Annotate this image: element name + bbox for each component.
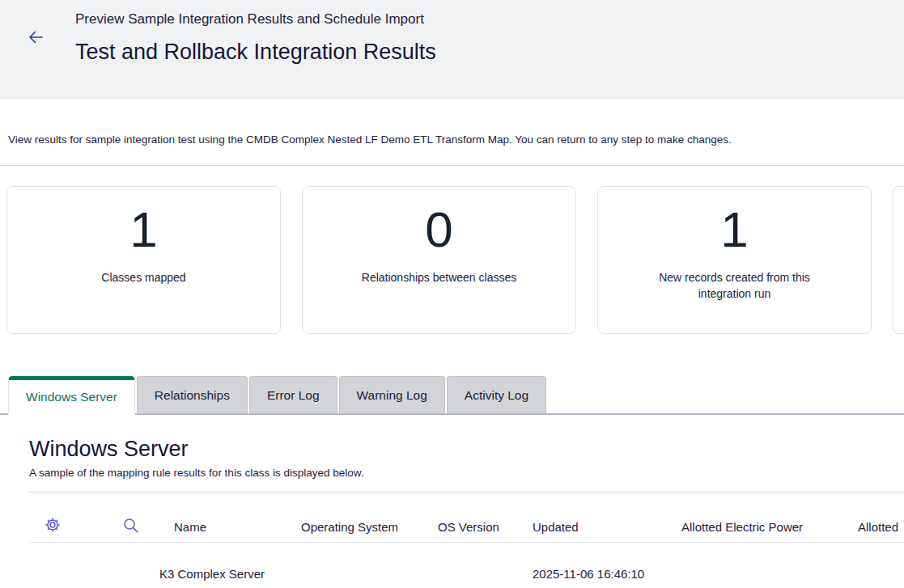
stat-card-classes-mapped: 1 Classes mapped bbox=[6, 186, 281, 334]
stat-card-partial bbox=[893, 186, 904, 334]
back-button[interactable] bbox=[25, 27, 46, 48]
tab-error-log[interactable]: Error Log bbox=[249, 376, 337, 413]
gear-icon bbox=[45, 517, 61, 533]
stat-value: 1 bbox=[129, 200, 157, 260]
divider bbox=[0, 165, 904, 166]
stat-label: New records created from this integratio… bbox=[634, 269, 836, 302]
column-header-name[interactable]: Name bbox=[174, 518, 206, 536]
stat-card-relationships: 0 Relationships between classes bbox=[302, 186, 576, 334]
stat-cards-row: 1 Classes mapped 0 Relationships between… bbox=[0, 186, 904, 334]
column-header-allotted-electric-power[interactable]: Allotted Electric Power bbox=[681, 518, 803, 536]
column-header-operating-system[interactable]: Operating System bbox=[301, 518, 398, 536]
tab-relationships[interactable]: Relationships bbox=[137, 376, 248, 413]
breadcrumb: Preview Sample Integration Results and S… bbox=[75, 9, 904, 30]
stat-value: 0 bbox=[425, 200, 452, 260]
stat-value: 1 bbox=[720, 200, 748, 260]
section-title: Windows Server bbox=[29, 436, 904, 462]
tab-windows-server[interactable]: Windows Server bbox=[8, 376, 135, 415]
section-subtitle: A sample of the mapping rule results for… bbox=[29, 466, 904, 480]
results-table-header: Name Operating System OS Version Updated… bbox=[29, 493, 904, 543]
column-header-allotted[interactable]: Allotted bbox=[858, 518, 898, 536]
back-arrow-icon bbox=[26, 27, 45, 47]
cell-name[interactable]: K3 Complex Server bbox=[159, 565, 265, 583]
cell-updated: 2025-11-06 16:46:10 bbox=[533, 565, 644, 583]
table-search-button[interactable] bbox=[121, 515, 140, 535]
tab-warning-log[interactable]: Warning Log bbox=[339, 376, 445, 413]
table-settings-button[interactable] bbox=[43, 515, 62, 535]
search-icon bbox=[122, 517, 139, 534]
column-header-os-version[interactable]: OS Version bbox=[438, 518, 499, 536]
stat-label: Relationships between classes bbox=[362, 269, 516, 286]
header-text: Preview Sample Integration Results and S… bbox=[0, 0, 904, 65]
stat-card-new-records: 1 New records created from this integrat… bbox=[597, 186, 872, 334]
table-row[interactable]: K3 Complex Server 2025-11-06 16:46:10 bbox=[0, 543, 904, 588]
stat-label: Classes mapped bbox=[101, 269, 185, 286]
page-header: Preview Sample Integration Results and S… bbox=[0, 0, 904, 99]
tabs-bar: Windows Server Relationships Error Log W… bbox=[0, 376, 904, 415]
tab-activity-log[interactable]: Activity Log bbox=[447, 376, 546, 413]
column-header-updated[interactable]: Updated bbox=[533, 518, 579, 536]
page-title: Test and Rollback Integration Results bbox=[75, 39, 904, 65]
class-section: Windows Server A sample of the mapping r… bbox=[29, 436, 904, 480]
results-description: View results for sample integration test… bbox=[8, 133, 896, 147]
